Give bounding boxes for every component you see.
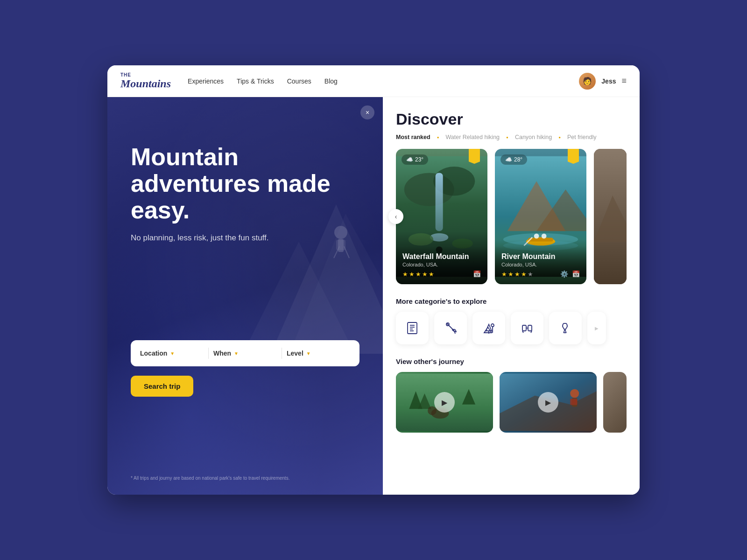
card-location-waterfall: Colorado, USA. bbox=[402, 262, 481, 267]
category-more[interactable]: ▶ bbox=[587, 312, 606, 344]
card-footer-river: ★ ★ ★ ★ ★ ⚙️ 📅 bbox=[501, 270, 580, 278]
hero-section: × Mountain adventures made easy. No plan… bbox=[107, 97, 383, 495]
close-button[interactable]: × bbox=[360, 105, 374, 119]
trip-card-waterfall[interactable]: ☁️ 23° Waterfall Mountain Colorado, USA.… bbox=[396, 149, 487, 284]
location-label: Location bbox=[140, 350, 167, 357]
filter-water-hiking[interactable]: Water Related hiking bbox=[445, 134, 500, 140]
hero-title: Mountain adventures made easy. bbox=[131, 144, 359, 224]
card-icons-river: ⚙️ 📅 bbox=[560, 270, 580, 278]
hero-disclaimer: * All trips and journy are based on nati… bbox=[131, 476, 359, 481]
card-bottom-waterfall: Waterfall Mountain Colorado, USA. ★ ★ ★ … bbox=[396, 246, 487, 284]
menu-icon[interactable]: ≡ bbox=[621, 76, 627, 86]
category-fishing[interactable] bbox=[434, 312, 467, 344]
search-trip-button[interactable]: Search trip bbox=[131, 376, 193, 397]
waterfall-temp: 23° bbox=[415, 156, 423, 163]
star-2: ★ bbox=[409, 271, 415, 278]
svg-rect-11 bbox=[436, 173, 443, 231]
filter-most-ranked[interactable]: Most ranked bbox=[396, 134, 430, 140]
categories-title: More categorie's to explore bbox=[396, 297, 627, 305]
card-title-river: River Mountain bbox=[501, 252, 580, 261]
journeys-title: View other's journey bbox=[396, 357, 627, 365]
main-content: × Mountain adventures made easy. No plan… bbox=[107, 97, 640, 495]
search-bar: Location ▼ When ▼ Level ▼ bbox=[131, 340, 359, 366]
svg-point-26 bbox=[542, 234, 547, 239]
hero-text: Mountain adventures made easy. No planni… bbox=[131, 144, 359, 243]
star-5: ★ bbox=[429, 271, 434, 278]
cloud-icon: ☁️ bbox=[406, 156, 413, 163]
stars-waterfall: ★ ★ ★ ★ ★ bbox=[402, 271, 434, 278]
r-star-3: ★ bbox=[514, 271, 520, 278]
avatar: 🧑 bbox=[579, 73, 596, 90]
category-checklist[interactable] bbox=[396, 312, 429, 344]
r-star-5: ★ bbox=[528, 271, 533, 278]
field-divider-1 bbox=[208, 348, 209, 359]
card-title-waterfall: Waterfall Mountain bbox=[402, 252, 481, 261]
hero-subtitle: No planning, less risk, just the fun stu… bbox=[131, 233, 359, 243]
level-field[interactable]: Level ▼ bbox=[287, 350, 350, 357]
nav-experiences[interactable]: Experiences bbox=[188, 77, 224, 85]
nav-blog[interactable]: Blog bbox=[324, 77, 338, 85]
journey-card-adventure[interactable]: ▶ bbox=[500, 372, 597, 433]
svg-point-59 bbox=[570, 389, 579, 398]
nav-right: 🧑 Jess ≡ bbox=[579, 73, 627, 90]
hero-footer: * All trips and journy are based on nati… bbox=[131, 476, 359, 481]
search-panel: Location ▼ When ▼ Level ▼ Search trip bbox=[131, 340, 359, 397]
card-weather-river: ☁️ 28° bbox=[500, 154, 527, 165]
location-field[interactable]: Location ▼ bbox=[140, 350, 204, 357]
trip-card-partial[interactable] bbox=[594, 149, 627, 284]
card-bookmark-river[interactable] bbox=[568, 149, 579, 164]
star-1: ★ bbox=[402, 271, 408, 278]
categories-row: ▶ bbox=[396, 312, 627, 344]
stars-river: ★ ★ ★ ★ ★ bbox=[501, 271, 533, 278]
nav-courses[interactable]: Courses bbox=[287, 77, 311, 85]
card-location-river: Colorado, USA. bbox=[501, 262, 580, 267]
trip-card-river[interactable]: ☁️ 28° River Mountain Colorado, USA. ★ ★… bbox=[495, 149, 586, 284]
svg-rect-31 bbox=[408, 322, 417, 334]
calendar-icon: 📅 bbox=[473, 270, 481, 278]
card-bottom-river: River Mountain Colorado, USA. ★ ★ ★ ★ ★ bbox=[495, 246, 586, 284]
level-chevron: ▼ bbox=[306, 351, 311, 356]
river-temp: 28° bbox=[514, 156, 522, 163]
r-star-2: ★ bbox=[508, 271, 514, 278]
filter-canyon-hiking[interactable]: Canyon hiking bbox=[515, 134, 552, 140]
svg-rect-61 bbox=[570, 399, 577, 405]
svg-point-56 bbox=[428, 406, 437, 415]
when-chevron: ▼ bbox=[234, 351, 239, 356]
filter-pet-friendly[interactable]: Pet friendly bbox=[567, 134, 597, 140]
category-gear[interactable] bbox=[511, 312, 543, 344]
prev-button[interactable]: ‹ bbox=[388, 209, 403, 224]
star-4: ★ bbox=[422, 271, 428, 278]
journey-row: ▶ bbox=[396, 372, 627, 433]
svg-rect-44 bbox=[522, 325, 526, 331]
logo-the: THE bbox=[120, 72, 171, 77]
location-chevron: ▼ bbox=[170, 351, 175, 356]
right-panel: Discover Most ranked ● Water Related hik… bbox=[383, 97, 640, 495]
tools-icon: ⚙️ bbox=[560, 270, 568, 278]
star-3: ★ bbox=[416, 271, 421, 278]
field-divider-2 bbox=[282, 348, 282, 359]
svg-point-25 bbox=[534, 234, 539, 239]
when-field[interactable]: When ▼ bbox=[213, 350, 277, 357]
when-label: When bbox=[213, 350, 231, 357]
play-button-adventure[interactable]: ▶ bbox=[538, 392, 558, 413]
level-label: Level bbox=[287, 350, 303, 357]
journey-card-meadow[interactable]: ▶ bbox=[396, 372, 493, 433]
logo-text: Mountains bbox=[120, 77, 171, 90]
nav-tips-tricks[interactable]: Tips & Tricks bbox=[237, 77, 274, 85]
play-button-meadow[interactable]: ▶ bbox=[434, 392, 455, 413]
category-hiking[interactable] bbox=[472, 312, 505, 344]
navbar: THE Mountains Experiences Tips & Tricks … bbox=[107, 65, 640, 97]
journey-card-partial[interactable] bbox=[603, 372, 627, 433]
filter-dot-3: ● bbox=[558, 135, 561, 140]
svg-rect-45 bbox=[528, 325, 532, 331]
card-weather-waterfall: ☁️ 23° bbox=[402, 154, 428, 165]
app-container: THE Mountains Experiences Tips & Tricks … bbox=[107, 65, 640, 495]
card-bookmark-waterfall[interactable] bbox=[469, 149, 480, 164]
user-name: Jess bbox=[601, 77, 616, 85]
category-rope[interactable] bbox=[549, 312, 582, 344]
filter-dot-1: ● bbox=[437, 135, 439, 140]
filter-dot-2: ● bbox=[506, 135, 508, 140]
logo[interactable]: THE Mountains bbox=[120, 72, 171, 90]
nav-links: Experiences Tips & Tricks Courses Blog bbox=[188, 77, 579, 85]
cards-row: ‹ bbox=[396, 149, 627, 284]
